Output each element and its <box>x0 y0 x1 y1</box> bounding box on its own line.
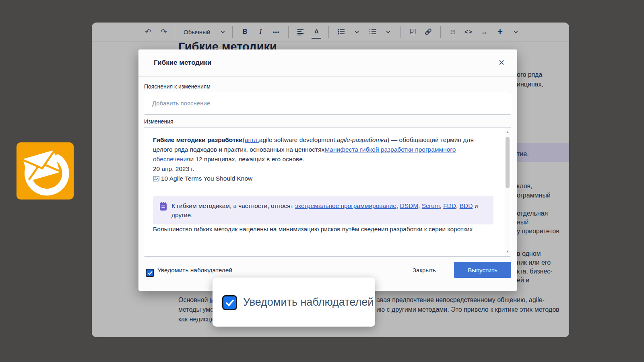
info-panel: К гибким методикам, в частности, относят… <box>153 196 493 224</box>
changes-scrollbar[interactable]: ▲ ▼ <box>505 128 510 256</box>
dialog-header: Гибкие методики × <box>138 49 517 77</box>
dsdm-link[interactable]: DSDM <box>400 202 418 209</box>
intro-bold-text: Гибкие методики разработки <box>153 136 243 143</box>
scroll-down-arrow[interactable]: ▼ <box>505 250 510 253</box>
lang-link[interactable]: англ. <box>245 136 259 143</box>
publish-dialog: Гибкие методики × Пояснения к изменениям… <box>138 49 517 291</box>
intro-paragraph: Гибкие методики разработки(англ.agile so… <box>153 135 490 164</box>
close-button[interactable]: Закрыть <box>413 267 436 274</box>
scrollbar-thumb[interactable] <box>506 137 510 188</box>
fdd-link[interactable]: FDD <box>443 202 456 209</box>
publish-button[interactable]: Выпустить <box>454 262 511 278</box>
scrum-link[interactable]: Scrum <box>422 202 440 209</box>
notify-watchers-checkbox[interactable] <box>147 269 153 276</box>
close-icon[interactable]: × <box>495 56 508 69</box>
panel-text: , <box>440 202 444 209</box>
image-alt-text: 10 Agile Terms You Should Know <box>161 174 252 183</box>
notify-watchers-checkbox-zoomed[interactable] <box>223 296 236 309</box>
panel-text: , <box>418 202 422 209</box>
checkmark-icon <box>225 299 234 306</box>
magnifier-popup: Уведомить наблюдателей <box>213 278 375 327</box>
changes-content: Гибкие методики разработки(англ.agile so… <box>144 128 511 234</box>
broken-image-icon <box>153 176 160 182</box>
intro-italic-text: agile-разработка <box>337 136 387 143</box>
checkmark-icon <box>148 271 153 275</box>
clipped-paragraph: Большинство гибких методик нацелены на м… <box>153 224 490 234</box>
panel-text: , <box>456 202 460 209</box>
changes-preview: Гибкие методики разработки(англ.agile so… <box>144 127 511 257</box>
intro-text: и 12 принципах, лежащих в его основе. <box>190 156 305 162</box>
broken-image-line: 10 Agile Terms You Should Know <box>153 174 490 183</box>
comment-label: Пояснения к изменениям <box>144 83 211 90</box>
xp-link[interactable]: экстремальное программирование <box>295 202 396 209</box>
date-text: 20 апр. 2023 г. <box>153 164 490 174</box>
notify-watchers-label: Уведомить наблюдателей <box>157 267 232 274</box>
bdd-link[interactable]: BDD <box>460 202 473 209</box>
comment-input[interactable] <box>144 92 511 115</box>
scroll-up-arrow[interactable]: ▲ <box>505 130 510 134</box>
dialog-title: Гибкие методики <box>154 59 212 67</box>
notepad-icon <box>159 202 167 212</box>
notify-watchers-label-zoomed: Уведомить наблюдателей <box>243 296 374 309</box>
mail-swirl-icon <box>17 142 74 200</box>
changes-label: Изменения <box>144 118 173 125</box>
mail-swirl-logo <box>17 142 74 200</box>
intro-text: agile software development, <box>259 136 337 143</box>
panel-text: К гибким методикам, в частности, относят <box>171 202 295 209</box>
